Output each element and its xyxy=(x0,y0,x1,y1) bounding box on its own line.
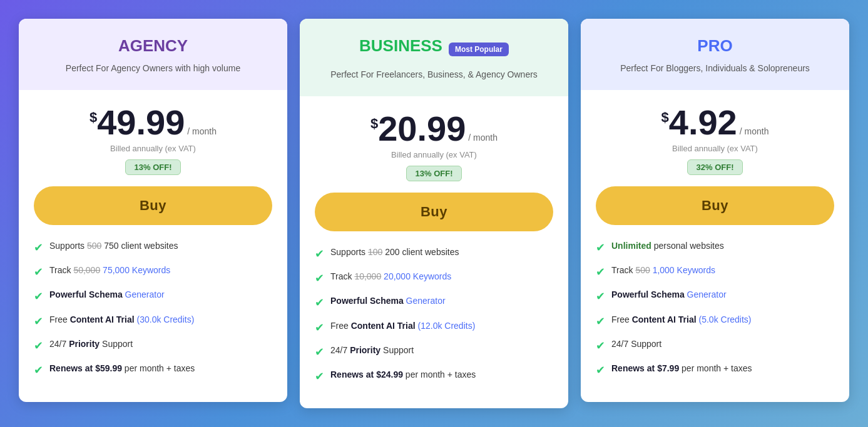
plan-card-agency: AGENCYPerfect For Agency Owners with hig… xyxy=(19,19,287,402)
plan-card-pro: PROPerfect For Bloggers, Individuals & S… xyxy=(581,19,849,402)
price-amount: 20.99 xyxy=(378,109,466,148)
check-icon: ✔ xyxy=(596,363,605,378)
feature-text: Free Content AI Trial (12.0k Credits) xyxy=(330,320,553,333)
check-icon: ✔ xyxy=(315,320,324,336)
check-icon: ✔ xyxy=(315,295,324,311)
plan-card-business: BUSINESSMost PopularPerfect For Freelanc… xyxy=(300,19,568,408)
feature-item: ✔Powerful Schema Generator xyxy=(34,289,272,304)
price-currency: $ xyxy=(370,116,378,131)
plan-name: PRO xyxy=(596,36,834,56)
discount-badge: 13% OFF! xyxy=(125,159,181,175)
feature-text: Supports 100 200 client websites xyxy=(330,246,553,259)
feature-item: ✔Track 500 1,000 Keywords xyxy=(596,264,834,280)
feature-text: Supports 500 750 client websites xyxy=(49,240,272,253)
pricing-container: AGENCYPerfect For Agency Owners with hig… xyxy=(13,13,855,414)
feature-link[interactable]: Generator xyxy=(125,289,165,299)
feature-link[interactable]: 75,000 Keywords xyxy=(103,265,170,275)
features-list: ✔Supports 500 750 client websites✔Track … xyxy=(34,240,272,378)
price-amount: 4.92 xyxy=(669,103,737,142)
feature-text: 24/7 Priority Support xyxy=(330,344,553,357)
buy-button-agency[interactable]: Buy xyxy=(34,186,272,225)
feature-item: ✔24/7 Priority Support xyxy=(34,338,272,354)
feature-item: ✔Unlimited personal websites xyxy=(596,240,834,256)
feature-text: Track 500 1,000 Keywords xyxy=(611,264,834,277)
feature-text: Renews at $59.99 per month + taxes xyxy=(49,363,272,375)
buy-button-business[interactable]: Buy xyxy=(315,193,553,231)
plan-name: AGENCY xyxy=(34,36,272,56)
feature-text: 24/7 Support xyxy=(611,338,834,351)
check-icon: ✔ xyxy=(34,338,43,354)
feature-text: 24/7 Priority Support xyxy=(49,338,272,351)
feature-item: ✔Powerful Schema Generator xyxy=(315,295,553,311)
check-icon: ✔ xyxy=(596,264,605,280)
feature-item: ✔Free Content AI Trial (30.0k Credits) xyxy=(34,314,272,329)
check-icon: ✔ xyxy=(315,246,324,262)
price-period: / month xyxy=(187,126,217,136)
feature-text: Powerful Schema Generator xyxy=(330,295,553,308)
feature-text: Powerful Schema Generator xyxy=(49,289,272,301)
plan-header-pro: PROPerfect For Bloggers, Individuals & S… xyxy=(581,19,849,90)
most-popular-badge: Most Popular xyxy=(449,43,509,56)
plan-body-pro: $4.92/ monthBilled annually (ex VAT)32% … xyxy=(581,90,849,402)
price-period: / month xyxy=(468,133,498,143)
check-icon: ✔ xyxy=(596,338,605,354)
check-icon: ✔ xyxy=(34,314,43,329)
feature-link[interactable]: (12.0k Credits) xyxy=(418,321,476,331)
feature-item: ✔Renews at $59.99 per month + taxes xyxy=(34,363,272,378)
feature-text: Free Content AI Trial (30.0k Credits) xyxy=(49,314,272,326)
check-icon: ✔ xyxy=(34,264,43,280)
feature-item: ✔Renews at $7.99 per month + taxes xyxy=(596,363,834,378)
feature-link[interactable]: (5.0k Credits) xyxy=(699,314,752,324)
feature-item: ✔Powerful Schema Generator xyxy=(596,289,834,304)
check-icon: ✔ xyxy=(596,289,605,304)
plan-description: Perfect For Bloggers, Individuals & Solo… xyxy=(596,62,834,75)
feature-item: ✔Supports 100 200 client websites xyxy=(315,246,553,262)
discount-badge: 32% OFF! xyxy=(687,159,743,175)
check-icon: ✔ xyxy=(315,344,324,360)
check-icon: ✔ xyxy=(596,240,605,256)
billed-text: Billed annually (ex VAT) xyxy=(596,144,834,153)
price-currency: $ xyxy=(661,109,669,125)
feature-item: ✔Free Content AI Trial (5.0k Credits) xyxy=(596,314,834,329)
check-icon: ✔ xyxy=(34,363,43,378)
feature-link[interactable]: 20,000 Keywords xyxy=(384,271,451,281)
feature-link[interactable]: 1,000 Keywords xyxy=(653,265,715,275)
feature-item: ✔Track 10,000 20,000 Keywords xyxy=(315,271,553,286)
discount-badge: 13% OFF! xyxy=(406,166,462,181)
price-period: / month xyxy=(740,126,769,136)
price-currency: $ xyxy=(89,109,97,125)
feature-link[interactable]: Generator xyxy=(687,289,727,299)
features-list: ✔Unlimited personal websites✔Track 500 1… xyxy=(596,240,834,378)
feature-item: ✔24/7 Support xyxy=(596,338,834,354)
billed-text: Billed annually (ex VAT) xyxy=(315,150,553,159)
feature-item: ✔24/7 Priority Support xyxy=(315,344,553,360)
feature-text: Renews at $24.99 per month + taxes xyxy=(330,369,553,381)
buy-button-pro[interactable]: Buy xyxy=(596,186,834,225)
feature-text: Powerful Schema Generator xyxy=(611,289,834,301)
feature-item: ✔Supports 500 750 client websites xyxy=(34,240,272,256)
check-icon: ✔ xyxy=(34,289,43,304)
feature-item: ✔Free Content AI Trial (12.0k Credits) xyxy=(315,320,553,336)
billed-text: Billed annually (ex VAT) xyxy=(34,144,272,153)
price-row: $4.92/ month xyxy=(596,105,834,140)
check-icon: ✔ xyxy=(315,271,324,286)
plan-header-business: BUSINESSMost PopularPerfect For Freelanc… xyxy=(300,19,568,96)
price-row: $20.99/ month xyxy=(315,111,553,146)
plan-header-agency: AGENCYPerfect For Agency Owners with hig… xyxy=(19,19,287,90)
feature-link[interactable]: (30.0k Credits) xyxy=(137,314,195,324)
discount-row: 13% OFF! xyxy=(34,159,272,186)
check-icon: ✔ xyxy=(315,369,324,384)
feature-text: Free Content AI Trial (5.0k Credits) xyxy=(611,314,834,326)
check-icon: ✔ xyxy=(34,240,43,256)
feature-item: ✔Track 50,000 75,000 Keywords xyxy=(34,264,272,280)
check-icon: ✔ xyxy=(596,314,605,329)
plan-description: Perfect For Freelancers, Business, & Age… xyxy=(315,68,553,81)
plan-description: Perfect For Agency Owners with high volu… xyxy=(34,62,272,75)
feature-link[interactable]: Generator xyxy=(406,296,446,306)
plan-name: BUSINESS xyxy=(359,36,442,56)
feature-item: ✔Renews at $24.99 per month + taxes xyxy=(315,369,553,384)
features-list: ✔Supports 100 200 client websites✔Track … xyxy=(315,246,553,384)
price-amount: 49.99 xyxy=(97,103,185,142)
feature-text: Track 50,000 75,000 Keywords xyxy=(49,264,272,277)
discount-row: 13% OFF! xyxy=(315,166,553,193)
